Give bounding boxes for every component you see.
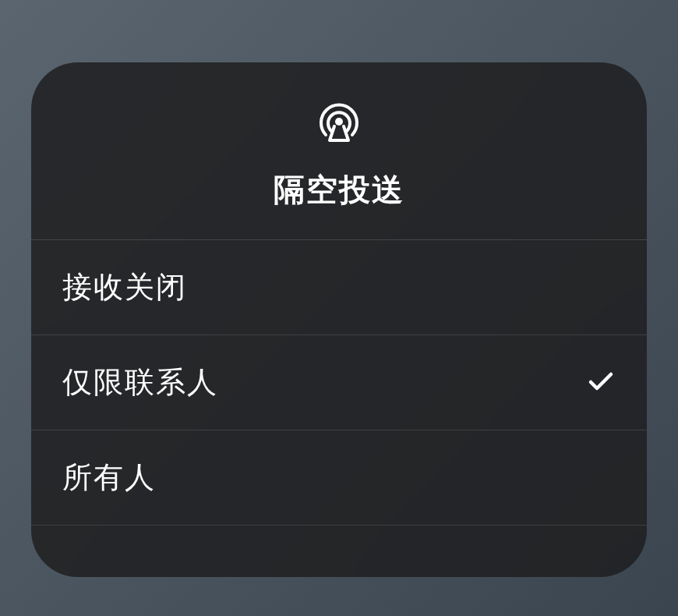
options-list: 接收关闭 仅限联系人 所有人	[31, 240, 647, 526]
modal-title: 隔空投送	[274, 168, 404, 211]
option-everyone[interactable]: 所有人	[31, 430, 647, 526]
option-receiving-off[interactable]: 接收关闭	[31, 240, 647, 335]
option-label: 仅限联系人	[62, 363, 218, 402]
modal-header: 隔空投送	[31, 62, 647, 240]
airdrop-icon	[314, 95, 364, 148]
airdrop-modal: 隔空投送 接收关闭 仅限联系人 所有人	[31, 62, 647, 577]
svg-point-0	[335, 118, 343, 126]
option-label: 接收关闭	[62, 267, 187, 307]
checkmark-icon	[586, 366, 616, 399]
option-label: 所有人	[62, 458, 156, 497]
option-contacts-only[interactable]: 仅限联系人	[31, 335, 647, 430]
